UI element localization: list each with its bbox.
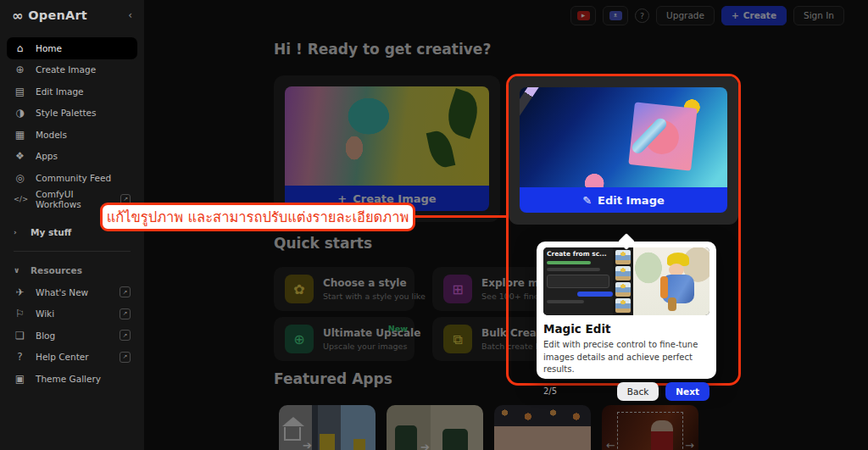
sidebar-item-label: Apps bbox=[36, 151, 58, 161]
sidebar-item-label: Theme Gallery bbox=[36, 374, 101, 384]
sidebar-item-apps[interactable]: ❖ Apps bbox=[0, 146, 144, 168]
sidebar-item-create-image[interactable]: ⊕ Create Image bbox=[0, 59, 144, 81]
kid-leg-shape bbox=[668, 297, 676, 311]
tour-highlight-box: ✎ Edit Image Create from sc... bbox=[506, 74, 741, 386]
mini-thumbnail bbox=[615, 250, 631, 264]
mini-thumbnail bbox=[615, 282, 631, 297]
my-stuff-label: My stuff bbox=[31, 227, 71, 237]
annotation-connector-line bbox=[413, 215, 508, 218]
sidebar-item-label: What's New bbox=[36, 287, 88, 297]
logo-row: ∞ OpenArt ‹ bbox=[0, 0, 144, 31]
compass-icon: ◎ bbox=[14, 172, 26, 184]
tour-popup-description: Edit with precise control to fine-tune i… bbox=[543, 339, 709, 376]
home-icon: ⌂ bbox=[14, 42, 26, 54]
tour-step-indicator: 2/5 bbox=[543, 386, 557, 396]
openart-logo-icon: ∞ bbox=[12, 8, 22, 24]
book-icon: ❏ bbox=[14, 330, 26, 342]
sidebar-item-style-palettes[interactable]: ◑ Style Palettes bbox=[0, 103, 144, 125]
sidebar-item-home[interactable]: ⌂ Home bbox=[7, 37, 137, 59]
palette-icon: ◑ bbox=[14, 107, 26, 119]
edit-image-card[interactable]: ✎ Edit Image bbox=[509, 76, 738, 225]
resources-label: Resources bbox=[31, 265, 82, 275]
sidebar-item-community-feed[interactable]: ◎ Community Feed bbox=[0, 167, 144, 189]
kid-backpack-strap-shape bbox=[660, 276, 668, 298]
tour-popup-title: Magic Edit bbox=[543, 322, 709, 336]
mini-ui-bar bbox=[547, 300, 584, 303]
sidebar-item-label: Models bbox=[36, 130, 67, 140]
pencil-icon: ✎ bbox=[582, 194, 592, 207]
sidebar-item-wiki[interactable]: ⚐ Wiki ↗ bbox=[0, 303, 144, 325]
mini-editor-panel: Create from sc... bbox=[543, 247, 613, 315]
chevron-down-icon: ∨ bbox=[14, 266, 22, 275]
mini-thumbnail bbox=[615, 298, 631, 313]
sidebar-item-label: Wiki bbox=[36, 308, 54, 319]
mini-ui-bar bbox=[547, 261, 591, 264]
sidebar-section-resources[interactable]: ∨ Resources bbox=[0, 259, 144, 281]
gallery-icon: ▣ bbox=[14, 373, 26, 385]
tour-back-button[interactable]: Back bbox=[617, 382, 659, 401]
openart-home-page: ∞ OpenArt ‹ ⌂ Home ⊕ Create Image ▤ Edit… bbox=[0, 0, 868, 450]
sidebar-item-label: Edit Image bbox=[36, 86, 84, 97]
mini-prompt-box bbox=[547, 275, 609, 288]
sidebar-item-edit-image[interactable]: ▤ Edit Image bbox=[0, 81, 144, 103]
annotation-tooltip: แก้ไขรูปภาพ และสามารถปรับแต่งรายละเอียดภ… bbox=[100, 203, 415, 231]
sidebar-item-label: Home bbox=[36, 43, 62, 53]
sidebar-item-models[interactable]: ▦ Models bbox=[0, 124, 144, 146]
sidebar-item-label: Create Image bbox=[36, 64, 96, 75]
sparkle-icon: ❖ bbox=[14, 150, 26, 162]
external-link-icon: ↗ bbox=[120, 352, 131, 363]
mini-thumbnail-strip bbox=[613, 247, 633, 315]
external-link-icon: ↗ bbox=[120, 286, 131, 297]
layers-icon: ▤ bbox=[14, 86, 26, 97]
sidebar-item-label: Style Palettes bbox=[36, 108, 97, 118]
sidebar-collapse-icon[interactable]: ‹ bbox=[128, 9, 132, 21]
mini-screenshot-title: Create from sc... bbox=[547, 250, 609, 258]
mini-result-image bbox=[633, 247, 709, 315]
sidebar-divider bbox=[14, 251, 131, 252]
mini-thumbnail bbox=[615, 266, 631, 281]
plus-circle-icon: ⊕ bbox=[14, 64, 26, 75]
external-link-icon: ↗ bbox=[120, 330, 131, 341]
mini-generate-button bbox=[577, 292, 613, 297]
chevron-right-icon: › bbox=[14, 228, 22, 236]
pencil-shape bbox=[520, 87, 545, 183]
openart-logo-text: OpenArt bbox=[28, 8, 87, 22]
external-link-icon: ↗ bbox=[120, 308, 131, 319]
tour-popup: Create from sc... bbox=[537, 242, 716, 379]
question-circle-icon: ? bbox=[14, 351, 26, 363]
edit-image-button[interactable]: ✎ Edit Image bbox=[520, 187, 727, 213]
sidebar-item-blog[interactable]: ❏ Blog ↗ bbox=[0, 325, 144, 347]
tour-popup-screenshot: Create from sc... bbox=[543, 247, 709, 315]
sidebar-item-label: Community Feed bbox=[36, 173, 111, 183]
mini-ui-bar bbox=[547, 268, 600, 271]
code-icon: </> bbox=[14, 195, 26, 203]
sidebar-item-label: Help Center bbox=[36, 352, 89, 362]
graduation-cap-icon: ⚐ bbox=[14, 308, 26, 319]
sidebar-item-theme-gallery[interactable]: ▣ Theme Gallery bbox=[0, 368, 144, 390]
tour-next-button[interactable]: Next bbox=[665, 382, 709, 401]
sidebar-item-label: Blog bbox=[36, 331, 55, 341]
sidebar-item-help-center[interactable]: ? Help Center ↗ bbox=[0, 347, 144, 369]
grid-icon: ▦ bbox=[14, 129, 26, 141]
pink-square-shape bbox=[629, 103, 698, 171]
rocket-icon: ✈ bbox=[14, 286, 26, 298]
edit-image-artwork bbox=[520, 87, 727, 187]
sidebar-item-whats-new[interactable]: ✈ What's New ↗ bbox=[0, 281, 144, 303]
